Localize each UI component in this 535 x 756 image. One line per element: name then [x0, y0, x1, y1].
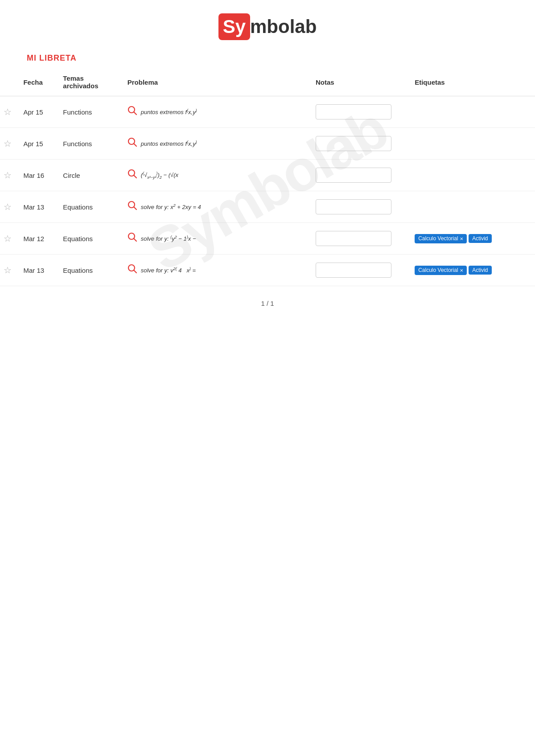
date-cell: Apr 15 [20, 128, 59, 160]
table-row: ☆Mar 13Equations solve for y: x2 + 2xy =… [0, 191, 535, 223]
problem-text: puntos extremos f(x,y) [141, 108, 197, 115]
tag-close-icon[interactable]: × [460, 235, 464, 242]
notes-cell [312, 160, 411, 191]
topic-cell: Functions [59, 96, 123, 128]
notes-input[interactable] [316, 104, 391, 119]
problem-text: ((√x²−y²))2 − (√(x [141, 171, 178, 180]
notes-input[interactable] [316, 168, 391, 183]
table-header-row: Fecha Temas archivados Problema Notas Et… [0, 70, 535, 96]
star-icon[interactable]: ☆ [4, 170, 12, 180]
date-cell: Apr 15 [20, 96, 59, 128]
topic-cell: Equations [59, 223, 123, 255]
col-header-star [0, 70, 20, 96]
svg-line-11 [134, 271, 136, 273]
notes-cell [312, 128, 411, 160]
tag[interactable]: Activid [469, 266, 491, 275]
svg-line-7 [134, 207, 136, 210]
col-header-tags: Etiquetas [411, 70, 535, 96]
logo-sy: Sy [218, 13, 250, 40]
date-cell: Mar 13 [20, 255, 59, 286]
tags-cell [411, 96, 535, 128]
svg-line-3 [134, 144, 136, 147]
col-header-topic: Temas archivados [59, 70, 123, 96]
star-icon[interactable]: ☆ [4, 234, 12, 243]
table-row: ☆Mar 13Equations solve for y: v2( 4 x) =… [0, 255, 535, 286]
problem-text: solve for y: (y2 − 1)x − [141, 235, 196, 242]
tags-cell [411, 160, 535, 191]
tags-cell: Calculo Vectorial×Activid [411, 223, 535, 255]
tag[interactable]: Calculo Vectorial× [415, 234, 467, 243]
tags-cell: Calculo Vectorial×Activid [411, 255, 535, 286]
date-cell: Mar 12 [20, 223, 59, 255]
svg-line-9 [134, 239, 136, 242]
topic-cell: Equations [59, 191, 123, 223]
table-row: ☆Mar 12Equations solve for y: (y2 − 1)x … [0, 223, 535, 255]
notes-input[interactable] [316, 199, 391, 214]
table-row: ☆Mar 16Circle ((√x²−y²))2 − (√(x [0, 160, 535, 191]
notes-input[interactable] [316, 231, 391, 246]
problem-text: puntos extremos f(x,y) [141, 140, 197, 147]
problem-cell[interactable]: solve for y: (y2 − 1)x − [124, 223, 312, 255]
pagination-text: 1 / 1 [261, 300, 274, 307]
problem-cell[interactable]: ((√x²−y²))2 − (√(x [124, 160, 312, 191]
notes-cell [312, 223, 411, 255]
tag[interactable]: Calculo Vectorial× [415, 266, 467, 275]
logo-mbolab: mbolab [250, 16, 317, 37]
table-row: ☆Apr 15Functions puntos extremos f(x,y) [0, 96, 535, 128]
problem-cell[interactable]: puntos extremos f(x,y) [124, 128, 312, 160]
header: Symbolab [0, 0, 535, 49]
notes-cell [312, 96, 411, 128]
notes-input[interactable] [316, 263, 391, 278]
section-title: MI LIBRETA [0, 49, 535, 70]
topic-cell: Circle [59, 160, 123, 191]
logo: Symbolab [218, 13, 317, 40]
tags-cell [411, 128, 535, 160]
search-icon [128, 106, 137, 118]
svg-line-1 [134, 112, 136, 115]
notes-input[interactable] [316, 136, 391, 151]
tag-close-icon[interactable]: × [460, 267, 464, 274]
search-icon [128, 137, 137, 150]
problem-text: solve for y: x2 + 2xy = 4 [141, 203, 201, 210]
search-icon [128, 169, 137, 181]
notebook-table: Fecha Temas archivados Problema Notas Et… [0, 70, 535, 286]
search-icon [128, 201, 137, 213]
star-icon[interactable]: ☆ [4, 265, 12, 275]
notes-cell [312, 255, 411, 286]
problem-cell[interactable]: solve for y: v2( 4 x) = [124, 255, 312, 286]
col-header-problem: Problema [124, 70, 312, 96]
star-icon[interactable]: ☆ [4, 107, 12, 117]
tag[interactable]: Activid [469, 234, 491, 243]
col-header-date: Fecha [20, 70, 59, 96]
pagination: 1 / 1 [0, 286, 535, 325]
star-icon[interactable]: ☆ [4, 139, 12, 148]
date-cell: Mar 16 [20, 160, 59, 191]
table-row: ☆Apr 15Functions puntos extremos f(x,y) [0, 128, 535, 160]
search-icon [128, 232, 137, 245]
topic-cell: Functions [59, 128, 123, 160]
search-icon [128, 264, 137, 276]
date-cell: Mar 13 [20, 191, 59, 223]
topic-cell: Equations [59, 255, 123, 286]
star-icon[interactable]: ☆ [4, 202, 12, 212]
problem-cell[interactable]: puntos extremos f(x,y) [124, 96, 312, 128]
problem-text: solve for y: v2( 4 x) = [141, 267, 196, 274]
tags-cell [411, 191, 535, 223]
notes-cell [312, 191, 411, 223]
col-header-notes: Notas [312, 70, 411, 96]
problem-cell[interactable]: solve for y: x2 + 2xy = 4 [124, 191, 312, 223]
svg-line-5 [134, 176, 136, 178]
